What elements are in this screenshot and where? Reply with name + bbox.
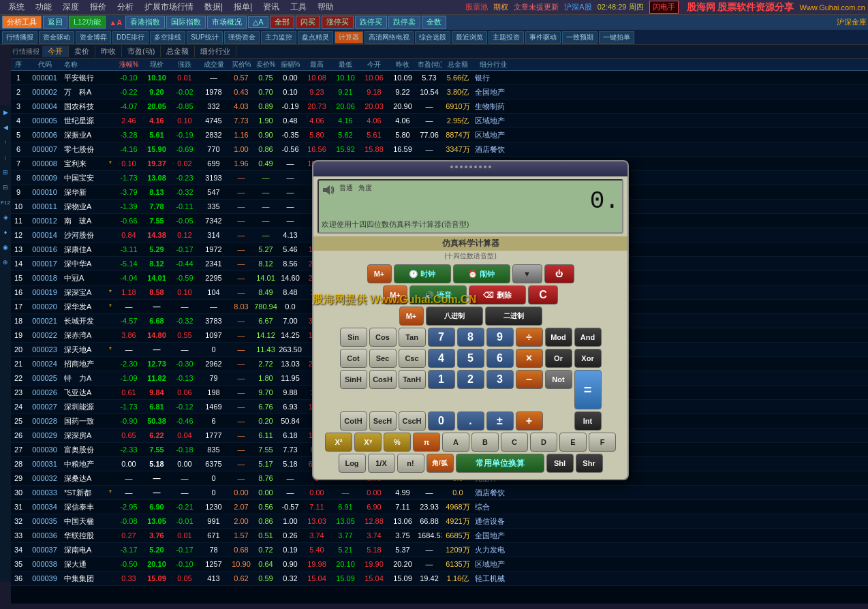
tb3-recent[interactable]: 最近浏览 (452, 31, 487, 44)
tb2-all-num[interactable]: 跌停卖 (388, 16, 420, 29)
tb3-capital-drive[interactable]: 资金驱动 (39, 31, 74, 44)
menu-system[interactable]: 系统 (3, 0, 30, 14)
table-row[interactable]: 3 000004 国农科技 -4.07 20.05 -0.85 332 4.03… (11, 99, 868, 114)
calculator-dialog[interactable]: 普通 角度 0. 欢迎使用十四四位数仿真科学计算器(语音型) 仿真科学计算器 (… (312, 160, 629, 480)
calc-btn-alarm[interactable]: ⏰ 闹钟 (453, 264, 510, 283)
tb2-analysis[interactable]: 分析工具 (2, 16, 42, 29)
table-row[interactable]: 34 000037 深南电A -3.17 5.20 -0.17 78 0.68 … (11, 543, 868, 557)
calc-btn-int[interactable]: Int (574, 411, 602, 431)
options-tab[interactable]: 期权 (493, 2, 508, 12)
col-header-amp[interactable]: 振幅% (278, 60, 303, 69)
calc-btn-plusminus[interactable]: ± (486, 411, 514, 431)
col-header-pe[interactable]: 市盈(动) (417, 60, 441, 69)
tab-sell[interactable]: 卖价 (69, 46, 95, 57)
calc-btn-binary[interactable]: 二进制 (485, 307, 542, 326)
tb3-broadcast[interactable]: 行情播报 (2, 31, 37, 44)
stocks-pool-tab[interactable]: 股票池 (465, 2, 488, 12)
col-header-buy[interactable]: 买价% (229, 60, 253, 69)
tb2-back[interactable]: 返回 (43, 16, 67, 29)
tb2-all[interactable]: △A (248, 16, 268, 28)
calc-btn-angle[interactable]: 角/弧 (427, 454, 454, 473)
calc-btn-pi[interactable]: π (413, 433, 440, 452)
calc-btn-coth[interactable]: CotH (340, 411, 367, 431)
col-header-name[interactable]: 名称 (63, 60, 106, 69)
col-header-hi[interactable]: 最高 (303, 60, 331, 69)
col-header-open[interactable]: 今开 (360, 60, 388, 69)
calc-btn-9[interactable]: 9 (486, 328, 514, 347)
flash-trade[interactable]: 闪电手 (649, 1, 679, 14)
tb3-event-drive[interactable]: 事件驱动 (525, 31, 561, 44)
calc-btn-sec[interactable]: Sec (369, 349, 397, 368)
tb3-select-stock[interactable]: 综合选股 (415, 31, 450, 44)
tab-prev-close[interactable]: 昨收 (95, 46, 122, 57)
calc-btn-fact[interactable]: n! (397, 454, 424, 473)
table-row[interactable]: 30 000033 *ST新都 * — — — 0 0.00 0.00 — 0.… (11, 486, 868, 500)
calc-btn-3[interactable]: 3 (486, 370, 514, 389)
calc-btn-shl[interactable]: Shl (546, 454, 574, 473)
col-header-sell[interactable]: 卖价% (253, 60, 278, 69)
col-header-chg[interactable]: 涨跌 (171, 60, 198, 69)
calc-titlebar[interactable] (313, 161, 627, 176)
tab-total-amount[interactable]: 总金额 (161, 46, 195, 57)
calc-btn-E[interactable]: E (559, 433, 587, 452)
calc-btn-unit-convert[interactable]: 常用单位换算 (456, 454, 544, 473)
tb3-dish[interactable]: 盘点精灵 (298, 31, 333, 44)
tb3-oneclick[interactable]: 一键拍单 (599, 31, 634, 44)
menu-help[interactable]: 帮助 (312, 0, 339, 14)
tb3-strong-capital[interactable]: 强势资金 (224, 31, 260, 44)
sidebar-icon-1[interactable]: ▶ (1, 105, 10, 120)
calc-btn-power[interactable]: ⏻ (544, 264, 574, 283)
menu-order[interactable]: 报单| (228, 0, 258, 14)
calc-btn-cosh[interactable]: CosH (369, 370, 397, 389)
calc-btn-0[interactable]: 0 (428, 411, 455, 431)
table-row[interactable]: 33 000036 华联控股 0.27 3.76 0.01 671 1.57 0… (11, 529, 868, 543)
calc-btn-not[interactable]: Not (545, 370, 572, 389)
calc-btn-m-plus-3[interactable]: M+ (399, 307, 424, 326)
tb3-dde[interactable]: DDE排行 (112, 31, 149, 44)
calc-btn-voice[interactable]: 🔊 语音 (409, 285, 467, 304)
menu-expand[interactable]: 扩展市场行情 (139, 0, 199, 14)
market-tab[interactable]: 沪深A股 (564, 2, 591, 12)
calc-btn-csch[interactable]: CscH (399, 411, 426, 431)
sidebar-icon-4[interactable]: ↓ (1, 150, 10, 165)
table-row[interactable]: 2 000002 万 科A -0.22 9.20 -0.02 1978 0.43… (11, 85, 868, 99)
calc-btn-or[interactable]: Or (545, 349, 572, 368)
col-header-price[interactable]: 现价 (142, 60, 171, 69)
table-row[interactable]: 6 000007 零七股份 -4.16 15.90 -0.69 770 1.00… (11, 142, 868, 157)
sidebar-icon-5[interactable]: ⊞ (1, 165, 10, 180)
calc-btn-log[interactable]: Log (339, 454, 366, 473)
sidebar-icon-10[interactable]: ◉ (1, 240, 10, 255)
calc-btn-plus[interactable]: + (516, 411, 543, 431)
calc-btn-m-plus-2[interactable]: M+ (383, 285, 407, 304)
calc-btn-equal[interactable]: = (574, 370, 602, 409)
calc-btn-octal[interactable]: 八进制 (426, 307, 483, 326)
tb2-rise-buy[interactable]: 闪买 (296, 16, 320, 29)
calc-btn-1[interactable]: 1 (428, 370, 455, 389)
calc-btn-down[interactable]: ▼ (512, 264, 542, 283)
tb3-main-monitor[interactable]: 主力监控 (261, 31, 296, 44)
calc-btn-clock[interactable]: 🕐 时钟 (394, 264, 451, 283)
calc-btn-5[interactable]: 5 (457, 349, 484, 368)
tb3-theme-invest[interactable]: 主题投资 (489, 31, 524, 44)
calc-btn-A[interactable]: A (442, 433, 469, 452)
menu-function[interactable]: 功能 (30, 0, 57, 14)
tb2-fall-buy[interactable]: 涨停买 (322, 16, 354, 29)
calc-btn-cos[interactable]: Cos (369, 328, 397, 347)
tab-pe[interactable]: 市盈(动) (122, 46, 161, 57)
tb3-consensus[interactable]: 一致预期 (562, 31, 598, 44)
sidebar-icon-6[interactable]: ⊟ (1, 180, 10, 195)
table-row[interactable]: 1 000001 平安银行 -0.10 10.10 0.01 — 0.57 0.… (11, 71, 868, 85)
col-header-amt[interactable]: 总金额 (441, 60, 474, 69)
table-row[interactable]: 4 000005 世纪星源 2.46 4.16 0.10 4745 7.73 1… (11, 114, 868, 128)
calc-btn-m-plus-top[interactable]: M+ (367, 264, 392, 283)
tab-open[interactable]: 今开 (42, 46, 69, 57)
calc-btn-shr[interactable]: Shr (576, 454, 603, 473)
tb3-sup[interactable]: SUP统计 (187, 31, 223, 44)
calc-btn-sinh[interactable]: SinH (340, 370, 367, 389)
tb3-multishort[interactable]: 多空排线 (150, 31, 185, 44)
menu-tools[interactable]: 工具 (285, 0, 312, 14)
calc-btn-C2[interactable]: C (501, 433, 528, 452)
tb2-flash-buy[interactable]: 全部 (270, 16, 294, 29)
col-header-pct[interactable]: 涨幅% (115, 60, 142, 69)
calc-btn-tan[interactable]: Tan (399, 328, 426, 347)
